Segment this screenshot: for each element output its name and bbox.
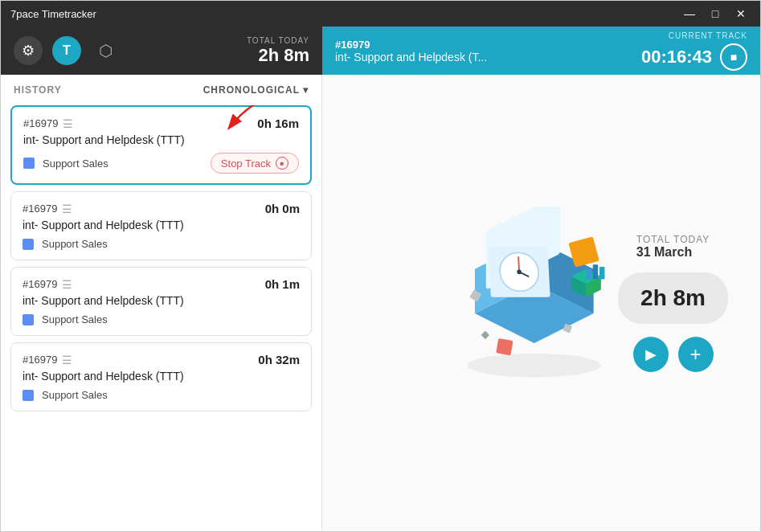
card-bottom-3: Support Sales bbox=[23, 313, 300, 325]
stop-track-icon: ■ bbox=[276, 157, 288, 170]
card-duration-1: 0h 16m bbox=[257, 117, 299, 130]
export-button[interactable]: ⬡ bbox=[91, 36, 120, 65]
card-id-row-1: #16979 ☰ bbox=[23, 117, 73, 130]
header-stop-button[interactable]: ■ bbox=[720, 43, 747, 71]
track-card-2: #16979 ☰ 0h 0m int- Support and Helpdesk… bbox=[10, 191, 312, 260]
svg-rect-15 bbox=[592, 264, 597, 279]
timetracker-illustration bbox=[445, 207, 638, 383]
comment-icon-2: ☰ bbox=[62, 203, 72, 215]
current-track-time: 00:16:43 bbox=[641, 47, 712, 68]
svg-point-0 bbox=[467, 354, 600, 378]
current-track-right: CURRENT TRACK 00:16:43 ■ bbox=[641, 31, 747, 71]
stop-track-label: Stop Track bbox=[221, 158, 271, 170]
stats-today-label: TOTAL TODAY 31 March bbox=[636, 234, 710, 260]
card-title-3: int- Support and Helpdesk (TTT) bbox=[23, 294, 300, 307]
gear-icon: ⚙ bbox=[22, 42, 35, 59]
settings-button[interactable]: ⚙ bbox=[14, 36, 43, 65]
stats-total-time: 2h 8m bbox=[618, 272, 728, 324]
card-bottom-1: Support Sales Stop Track ■ bbox=[23, 153, 299, 174]
card-duration-3: 0h 1m bbox=[265, 277, 300, 291]
card-top-4: #16979 ☰ 0h 32m bbox=[23, 353, 300, 366]
card-duration-4: 0h 32m bbox=[258, 353, 300, 366]
card-bottom-2: Support Sales bbox=[23, 238, 300, 250]
stop-icon: ■ bbox=[730, 51, 737, 63]
card-duration-2: 0h 0m bbox=[265, 202, 300, 215]
current-track-label: CURRENT TRACK bbox=[669, 31, 747, 40]
history-label: HISTORY bbox=[14, 84, 62, 96]
current-track-id: #16979 bbox=[335, 39, 487, 51]
svg-rect-17 bbox=[496, 338, 513, 355]
card-bottom-4: Support Sales bbox=[23, 389, 300, 401]
card-id-3: #16979 bbox=[23, 278, 57, 290]
stats-actions: ▶ + bbox=[633, 337, 714, 372]
comment-icon-3: ☰ bbox=[62, 278, 72, 291]
chevron-down-icon: ▾ bbox=[303, 84, 309, 96]
app-window: 7pace Timetracker — □ ✕ ⚙ T ⬡ TOTAL TODA… bbox=[0, 0, 761, 532]
total-today-label: TOTAL TODAY bbox=[247, 36, 309, 45]
track-card-4: #16979 ☰ 0h 32m int- Support and Helpdes… bbox=[10, 342, 312, 411]
add-icon: + bbox=[690, 343, 702, 366]
svg-rect-14 bbox=[586, 269, 591, 280]
stop-track-button[interactable]: Stop Track ■ bbox=[211, 153, 299, 174]
comment-icon-4: ☰ bbox=[62, 354, 72, 366]
history-list: #16979 ☰ 0h 16m int- Support and Helpdes… bbox=[1, 105, 321, 531]
total-today-section: TOTAL TODAY 2h 8m bbox=[247, 36, 309, 66]
card-tag-4 bbox=[23, 390, 34, 401]
current-track-info: #16979 int- Support and Helpdesk (T... bbox=[335, 39, 487, 63]
card-id-row-4: #16979 ☰ bbox=[23, 354, 72, 366]
card-top-1: #16979 ☰ 0h 16m bbox=[23, 117, 299, 130]
header-right: #16979 int- Support and Helpdesk (T... C… bbox=[322, 27, 760, 75]
card-id-row-3: #16979 ☰ bbox=[23, 278, 72, 291]
right-panel: TOTAL TODAY 31 March 2h 8m ▶ + bbox=[322, 75, 760, 531]
window-title: 7pace Timetracker bbox=[10, 8, 96, 20]
sort-button[interactable]: CHRONOLOGICAL ▾ bbox=[203, 84, 309, 96]
card-id-1: #16979 bbox=[23, 117, 58, 129]
play-icon: ▶ bbox=[645, 346, 657, 363]
svg-rect-16 bbox=[599, 267, 604, 280]
svg-rect-20 bbox=[481, 331, 489, 339]
card-tag-label-2: Support Sales bbox=[42, 238, 108, 250]
illustration bbox=[445, 207, 638, 383]
export-icon: ⬡ bbox=[99, 41, 113, 60]
main-content: HISTORY CHRONOLOGICAL ▾ #16979 ☰ 0h 16m bbox=[1, 75, 760, 531]
avatar-letter: T bbox=[63, 43, 71, 58]
card-id-4: #16979 bbox=[23, 354, 57, 366]
sort-label: CHRONOLOGICAL bbox=[203, 84, 300, 96]
comment-icon-1: ☰ bbox=[63, 117, 73, 130]
close-button[interactable]: ✕ bbox=[731, 4, 751, 23]
card-id-2: #16979 bbox=[23, 203, 57, 215]
card-id-row-2: #16979 ☰ bbox=[23, 203, 72, 215]
history-header: HISTORY CHRONOLOGICAL ▾ bbox=[1, 75, 321, 105]
avatar-button[interactable]: T bbox=[52, 36, 81, 65]
track-card-3: #16979 ☰ 0h 1m int- Support and Helpdesk… bbox=[10, 267, 312, 336]
title-bar: 7pace Timetracker — □ ✕ bbox=[1, 1, 760, 27]
card-tag-label-1: Support Sales bbox=[43, 158, 108, 170]
minimize-button[interactable]: — bbox=[680, 4, 699, 23]
card-top-3: #16979 ☰ 0h 1m bbox=[23, 277, 300, 291]
card-tag-3 bbox=[23, 314, 34, 325]
card-title-4: int- Support and Helpdesk (TTT) bbox=[23, 370, 300, 383]
stats-section: TOTAL TODAY 31 March 2h 8m ▶ + bbox=[618, 234, 728, 372]
play-button[interactable]: ▶ bbox=[633, 337, 669, 372]
card-top-2: #16979 ☰ 0h 0m bbox=[23, 202, 300, 215]
left-panel: HISTORY CHRONOLOGICAL ▾ #16979 ☰ 0h 16m bbox=[1, 75, 322, 531]
card-tag-label-4: Support Sales bbox=[42, 389, 108, 401]
track-card-1: #16979 ☰ 0h 16m int- Support and Helpdes… bbox=[10, 105, 312, 185]
add-button[interactable]: + bbox=[678, 337, 714, 372]
header-left: ⚙ T ⬡ TOTAL TODAY 2h 8m bbox=[1, 27, 322, 75]
card-tag-2 bbox=[23, 239, 34, 250]
maximize-button[interactable]: □ bbox=[706, 4, 725, 23]
card-tag-label-3: Support Sales bbox=[42, 313, 108, 325]
current-track-name: int- Support and Helpdesk (T... bbox=[335, 51, 487, 63]
card-title-2: int- Support and Helpdesk (TTT) bbox=[23, 219, 300, 231]
card-title-1: int- Support and Helpdesk (TTT) bbox=[23, 133, 299, 146]
total-today-value: 2h 8m bbox=[247, 45, 309, 66]
app-header: ⚙ T ⬡ TOTAL TODAY 2h 8m #16979 int- Supp… bbox=[1, 27, 760, 75]
card-tag-1 bbox=[23, 158, 35, 169]
window-controls: — □ ✕ bbox=[680, 4, 751, 23]
